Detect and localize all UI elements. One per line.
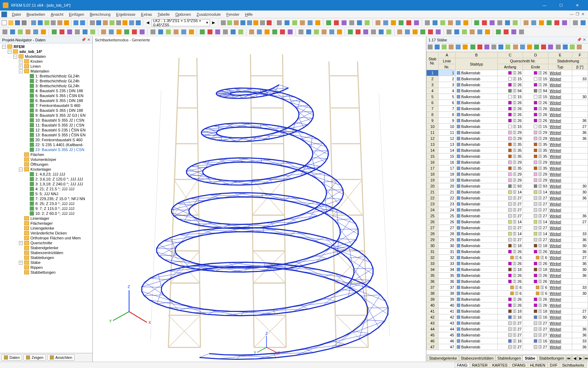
tb2-btn-55[interactable] [453,28,460,35]
tree-material-10[interactable]: 11: Baustahl S 355 J2 | CSN [1,123,92,128]
table-row[interactable]: 1010Balkenstab⌶15⌶15Winkel27 [427,124,588,130]
table-row[interactable]: 3535Balkenstab⌶26⌶26Winkel36 [427,273,588,279]
tb-btn-g3c[interactable] [233,19,239,26]
tb2-btn-16[interactable] [131,28,138,35]
tbl-tb-5[interactable] [463,45,469,51]
table-row[interactable]: 3030Balkenstab⌶18⌶18Winkel30 [427,243,588,249]
tbl-tb-15[interactable] [534,45,540,51]
tbl-tb-20[interactable] [570,45,576,51]
tb2-btn-24[interactable] [199,28,206,35]
tb-btn-g3g[interactable] [260,19,266,26]
tree-flaechenlager[interactable]: Flächenlager [1,221,92,226]
tbl-tb-2[interactable] [442,45,448,51]
tree-linien[interactable]: +Linien [1,64,92,69]
tree-material-13[interactable]: 20: Feinkornbaustahl S 460 [1,137,92,142]
tree-material-2[interactable]: 3: Brettschichtholz GL24h [1,83,92,88]
tb2-btn-7[interactable] [58,28,65,35]
menu-datei[interactable]: Datei [9,12,24,17]
table-row[interactable]: 2525Balkenstab⌶27⌶27Winkel36 [427,213,588,219]
window-minimize-button[interactable]: — [537,0,552,10]
status-kartes[interactable]: KARTES [490,362,510,368]
tb-btn-g2g[interactable] [129,19,135,26]
tree-material-11[interactable]: 12: Baustahl S 235 | ČSN EN [1,128,92,132]
tb1-extra-1[interactable] [284,19,290,26]
tb-btn-g1e[interactable] [57,19,63,26]
tb2-btn-5[interactable] [40,28,47,35]
tb-print[interactable] [21,19,27,26]
tb1-extra-7[interactable] [333,19,340,26]
tb-loadcase-next[interactable]: ▶ [211,19,217,26]
tb2-btn-8[interactable] [66,28,73,35]
tb2-btn-48[interactable] [396,28,403,35]
tb1-extra-18[interactable] [424,19,431,26]
tbl-tb-9[interactable] [491,45,498,51]
tree-support-6[interactable]: 8: 25; Z 23.0 °; JJJ JJJ [1,201,92,206]
table-row[interactable]: 11Balkenstab⌶26⌶26Winkel [427,70,588,76]
table-row[interactable]: 3131Balkenstab⌶26⌶26Winkel36 [427,249,588,255]
tree-volumen[interactable]: Volumenkörper [1,157,92,162]
table-row[interactable]: 99Balkenstab⌶26⌶26Winkel36 [427,118,588,124]
tree-staebe[interactable]: +Stäbe [1,260,92,265]
tb2-btn-46[interactable] [378,28,385,35]
tb1-extra-5[interactable] [314,19,321,26]
menu-einfügen[interactable]: Einfügen [66,12,87,17]
tb2-btn-23[interactable] [188,28,195,35]
tb2-btn-44[interactable] [362,28,369,35]
tb2-btn-54[interactable] [446,28,453,35]
tb-save[interactable] [14,19,20,26]
tree-model[interactable]: −sdo_tob_14* [1,49,92,54]
tree-material-5[interactable]: 6: Baustahl S 355 | DIN 188 [1,98,92,103]
tb-btn-g2h[interactable] [135,19,141,26]
nav-tab-zeigen[interactable]: Zeigen [23,354,46,361]
tb-btn-g3b[interactable] [227,19,233,26]
tbl-tb-19[interactable] [563,45,569,51]
tb1-extra-37[interactable] [580,19,587,26]
tb1-extra-13[interactable] [382,19,389,26]
nav-tab-daten[interactable]: Daten [1,354,22,361]
table-row[interactable]: 4242Balkenstab⌶16⌶16Winkel30 [427,314,588,320]
table-row[interactable]: 3737Balkenstab⌶6⌶6Winkel33 [427,285,588,291]
tbl-tb-10[interactable] [498,45,505,51]
tree-material-4[interactable]: 5: Baustahl S 355 | ČSN EN [1,93,92,98]
tb2-btn-21[interactable] [173,28,180,35]
tbl-tb-21[interactable] [577,45,583,51]
tb1-extra-6[interactable] [325,19,332,26]
table-tab-3[interactable]: Stäbe [523,355,537,361]
tree-stabbett[interactable]: Stabbettungen [1,270,92,275]
tb2-btn-61[interactable] [503,28,510,35]
table-row[interactable]: 2929Balkenstab⌶27⌶27Winkel36 [427,237,588,243]
tb1-extra-2[interactable] [291,19,298,26]
mdi-minimize-button[interactable]: — [570,12,574,16]
tree-flaechen[interactable]: Flächen [1,152,92,157]
window-maximize-button[interactable]: ☐ [553,0,569,10]
menu-tabelle[interactable]: Tabelle [155,12,173,17]
tb1-extra-36[interactable] [572,19,579,26]
tb2-btn-0[interactable] [1,28,8,35]
tb2-btn-49[interactable] [404,28,411,35]
tree-modeldata[interactable]: −Modelldaten [1,54,92,59]
tree-material-9[interactable]: 10: Baustahl S 355 J2 | CSN [1,118,92,123]
tree-material-7[interactable]: 8: Baustahl S 355 | DIN 188 [1,108,92,113]
table-tab-0[interactable]: Stabendgelenke [427,355,459,361]
table-row[interactable]: 1616Balkenstab⌶29⌶29Winkel [427,159,588,165]
tb2-btn-34[interactable] [279,28,286,35]
tb1-extra-24[interactable] [473,19,480,26]
tree-support-0[interactable]: 1: 4,8,23; JJJ JJJ [1,172,92,177]
table-nav-3[interactable]: ⏭ [584,355,588,361]
tb2-btn-39[interactable] [321,28,328,35]
tb-loadcase-prev[interactable]: ◀ [145,19,151,26]
table-row[interactable]: 1212Balkenstab⌶29⌶29Winkel36 [427,136,588,142]
navigator-pin-icon[interactable]: 📌 ✕ [81,38,90,42]
tb1-extra-21[interactable] [447,19,454,26]
table-row[interactable]: 3434Balkenstab⌶18⌶18Winkel30 [427,267,588,273]
tb1-extra-33[interactable] [546,19,553,26]
tb2-btn-20[interactable] [165,28,172,35]
table-tab-1[interactable]: Stabexzentrizitäten [459,355,496,361]
table-row[interactable]: 4545Balkenstab⌶27⌶27Winkel36 [427,332,588,338]
tb2-btn-12[interactable] [100,28,107,35]
status-sichtbarkeits[interactable]: Sichtbarkeits [560,362,587,368]
tree-support-8[interactable]: 10: 2; Z 60.0 °; JJJ JJJ [1,211,92,216]
table-scroll[interactable]: StabNr.ABCDEFLinieStabtypQuerschnitt Nr.… [426,52,588,354]
tb1-extra-11[interactable] [364,19,371,26]
tb2-btn-40[interactable] [328,28,335,35]
